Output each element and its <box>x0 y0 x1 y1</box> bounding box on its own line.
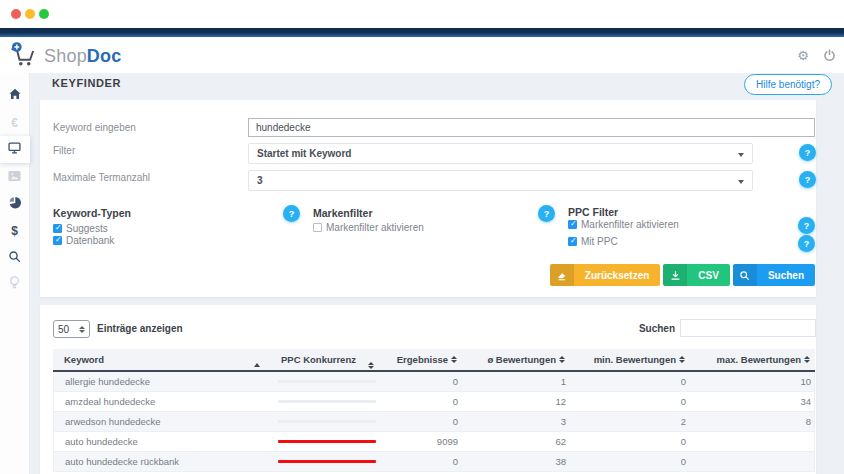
brand-filter-checkbox[interactable] <box>313 223 322 232</box>
home-icon <box>8 87 22 105</box>
search-button[interactable]: Suchen <box>733 264 815 286</box>
results-table: Keyword PPC Konkurrenz Ergebnisse ø <box>53 349 815 472</box>
datenbank-checkbox[interactable] <box>53 236 62 245</box>
shopdoc-logo[interactable]: ShopDoc <box>8 41 121 72</box>
keyfinder-form-card: Keyword eingeben Filter Startet mit Keyw… <box>40 100 816 297</box>
table-search-input[interactable] <box>680 319 816 337</box>
eraser-icon <box>550 264 574 286</box>
table-header-row: Keyword PPC Konkurrenz Ergebnisse ø <box>53 349 815 372</box>
sort-asc-icon <box>254 363 260 367</box>
entries-value: 50 <box>58 324 69 335</box>
window-titlebar <box>0 0 844 28</box>
table-row[interactable]: allergie hundedecke 0 1 0 10 <box>53 372 815 392</box>
stepper-icon <box>79 326 85 333</box>
mit-ppc-label: Mit PPC <box>581 236 618 247</box>
sidebar-item-ideas[interactable] <box>0 271 30 298</box>
image-icon <box>8 168 21 186</box>
column-header-ergebnisse[interactable]: Ergebnisse <box>380 354 457 365</box>
keyword-input[interactable] <box>248 118 815 137</box>
sidebar-item-images[interactable] <box>0 163 30 190</box>
filter-label: Filter <box>53 145 75 156</box>
search-icon <box>8 249 21 267</box>
sidebar-item-analytics[interactable] <box>0 190 30 217</box>
ppc-filter-title: PPC Filter <box>568 206 618 218</box>
datenbank-label: Datenbank <box>66 235 114 246</box>
pie-chart-icon <box>8 195 21 213</box>
max-terms-help-icon[interactable]: ? <box>799 171 816 188</box>
ppc-brand-checkbox[interactable] <box>568 220 577 229</box>
csv-button[interactable]: CSV <box>663 264 730 286</box>
monitor-icon <box>7 141 22 159</box>
app-header: ShopDoc ⚙ <box>0 37 844 73</box>
sidebar-item-keyfinder-active[interactable] <box>0 136 30 163</box>
suggests-checkbox[interactable] <box>53 224 62 233</box>
suggests-label: Suggests <box>66 223 108 234</box>
table-row[interactable]: arwedson hundedecke 0 3 2 8 <box>53 412 815 432</box>
app-window: ShopDoc ⚙ € <box>0 0 844 474</box>
search-button-label: Suchen <box>757 264 815 286</box>
results-card: 50 Einträge anzeigen Suchen Keyword PPC … <box>40 305 816 474</box>
ppc-filter-help-icon[interactable]: ? <box>538 205 555 222</box>
keyword-label: Keyword eingeben <box>53 122 136 133</box>
close-window-button[interactable] <box>11 9 21 19</box>
keyword-types-title: Keyword-Typen <box>53 207 131 219</box>
brand-text: ShopDoc <box>44 46 121 67</box>
sidebar-nav: € $ <box>0 73 30 474</box>
gear-icon[interactable]: ⚙ <box>797 48 809 63</box>
sort-icon <box>368 362 374 369</box>
brand-filter-help-icon[interactable]: ? <box>283 205 300 222</box>
sidebar-item-euro[interactable]: € <box>0 109 30 136</box>
brand-filter-option[interactable]: Markenfilter aktivieren <box>313 222 424 233</box>
column-header-ppc[interactable]: PPC Konkurrenz <box>270 354 380 365</box>
table-row[interactable]: amzdeal hundedecke 0 12 0 34 <box>53 392 815 412</box>
sort-icon <box>804 356 810 363</box>
column-header-keyword[interactable]: Keyword <box>53 354 270 365</box>
page-content: KEYFINDER Hilfe benötigt? Keyword eingeb… <box>30 73 844 474</box>
minimize-window-button[interactable] <box>25 9 35 19</box>
max-terms-select[interactable]: 3 <box>248 170 753 191</box>
datenbank-option[interactable]: Datenbank <box>53 235 114 246</box>
magnifier-icon <box>733 264 757 286</box>
ppc-competition-bar <box>278 380 376 383</box>
table-row[interactable]: auto hundedecke rückbank 0 38 0 <box>53 452 815 472</box>
entries-label: Einträge anzeigen <box>97 323 183 334</box>
mit-ppc-checkbox[interactable] <box>568 237 577 246</box>
column-header-avg-bewertungen[interactable]: ø Bewertungen <box>457 354 565 365</box>
column-header-min-bewertungen[interactable]: min. Bewertungen <box>565 354 685 365</box>
zoom-window-button[interactable] <box>39 9 49 19</box>
filter-help-icon[interactable]: ? <box>799 144 816 161</box>
help-button[interactable]: Hilfe benötigt? <box>744 74 832 95</box>
main-area: € $ <box>0 73 844 474</box>
ppc-competition-bar <box>278 420 376 423</box>
table-row[interactable]: auto hundedecke 9099 62 0 <box>53 432 815 452</box>
column-header-max-bewertungen[interactable]: max. Bewertungen <box>685 354 815 365</box>
max-terms-label: Maximale Termanzahl <box>53 172 150 183</box>
page-title: KEYFINDER <box>52 77 121 89</box>
sidebar-item-search[interactable] <box>0 244 30 271</box>
mit-ppc-option[interactable]: Mit PPC <box>568 236 618 247</box>
mit-ppc-help-icon[interactable]: ? <box>798 235 815 252</box>
csv-button-label: CSV <box>687 264 730 286</box>
brand-filter-title: Markenfilter <box>313 207 373 219</box>
ppc-brand-label: Markenfilter aktivieren <box>581 219 679 230</box>
entries-per-page-select[interactable]: 50 <box>53 320 90 338</box>
ppc-brand-help-icon[interactable]: ? <box>798 217 815 234</box>
power-icon[interactable] <box>823 49 836 62</box>
sidebar-item-home[interactable] <box>0 82 30 109</box>
sidebar-item-pricing[interactable]: $ <box>0 217 30 244</box>
ppc-competition-bar <box>278 460 376 463</box>
ppc-competition-bar <box>278 440 376 443</box>
ppc-brand-option[interactable]: Markenfilter aktivieren <box>568 219 679 230</box>
reset-button-label: Zurücksetzen <box>574 264 660 286</box>
cart-logo-icon <box>8 41 38 72</box>
suggests-option[interactable]: Suggests <box>53 223 108 234</box>
download-icon <box>663 264 687 286</box>
filter-select[interactable]: Startet mit Keyword <box>248 143 753 164</box>
table-search-label: Suchen <box>637 323 675 334</box>
lightbulb-icon <box>9 276 20 294</box>
brand-filter-label: Markenfilter aktivieren <box>326 222 424 233</box>
euro-icon: € <box>11 116 18 130</box>
ppc-competition-bar <box>278 400 376 403</box>
top-accent-strip <box>0 28 844 37</box>
reset-button[interactable]: Zurücksetzen <box>550 264 660 286</box>
